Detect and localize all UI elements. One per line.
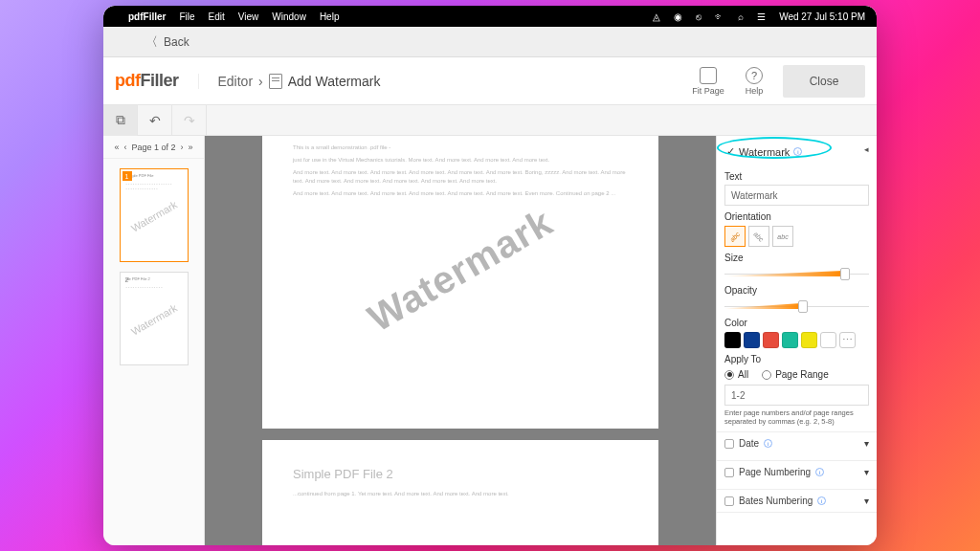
opacity-slider[interactable] [724,298,869,312]
close-label: Close [810,75,839,88]
logo-part2: Filler [140,71,178,90]
thumbnail-panel: « ‹ Page 1 of 2 › » 1 Simple PDF File- -… [103,136,205,545]
fit-page-button[interactable]: Fit Page [685,67,731,96]
macos-menubar: pdfFiller File Edit View Window Help ◬ ◉… [103,6,877,27]
app-logo: pdfFiller [115,71,198,91]
app-window: pdfFiller File Edit View Window Help ◬ ◉… [103,6,877,545]
fit-page-label: Fit Page [692,86,724,96]
status-icon[interactable]: ◬ [653,11,660,22]
info-icon[interactable]: i [793,147,802,156]
menubar-datetime[interactable]: Wed 27 Jul 5:10 PM [779,11,865,22]
chevron-right-icon: › [258,74,263,89]
help-label: Help [746,86,764,96]
wifi-icon[interactable]: ᯤ [715,11,724,22]
thumb-title: ple PDF File 2 [126,276,182,282]
info-icon[interactable]: i [764,439,772,448]
page-numbering-section[interactable]: Page Numbering i ▾ [717,460,877,483]
orientation-label: Orientation [724,211,869,222]
thumb-number: 1 [122,171,132,181]
color-more[interactable]: ⋯ [839,332,856,348]
color-navy[interactable] [744,332,760,348]
titlebar: 〈 Back [103,27,877,57]
thumbnail-page-1[interactable]: 1 Simple PDF File- - - - - - - - - - - -… [120,168,189,262]
date-label: Date [739,438,759,449]
info-icon[interactable]: i [815,468,824,476]
first-page-icon[interactable]: « [114,143,119,152]
bates-numbering-section[interactable]: Bates Numbering i ▾ [717,489,877,513]
thumb-number: 2 [122,275,132,284]
color-label: Color [724,318,869,328]
orientation-diagonal-up[interactable]: abc [724,226,746,247]
chevron-down-icon: ▾ [864,467,869,477]
color-yellow[interactable] [801,332,817,348]
help-button[interactable]: ? Help [731,67,777,96]
orientation-horizontal[interactable]: abc [772,226,793,247]
menu-edit[interactable]: Edit [209,11,225,22]
apply-to-label: Apply To [724,354,869,364]
watermark-text-input[interactable] [724,185,869,206]
pagenum-label: Page Numbering [739,467,811,477]
apply-range-radio[interactable]: Page Range [762,369,829,380]
app-header: pdfFiller Editor › Add Watermark Fit Pag… [103,57,877,105]
checkbox-icon [724,496,734,506]
copy-tool[interactable]: ⧉ [103,105,138,136]
search-icon[interactable]: ⌕ [738,11,744,22]
size-label: Size [724,253,869,263]
prev-page-icon[interactable]: ‹ [123,143,126,152]
undo-button[interactable]: ↶ [138,105,172,136]
last-page-icon[interactable]: » [189,143,193,152]
info-icon[interactable]: i [817,496,826,505]
size-slider[interactable] [724,266,869,279]
panel-title: Watermark [739,146,790,158]
watermark-doc-icon [269,74,282,89]
panel-header[interactable]: ✓ Watermark i [724,143,869,165]
thumb-title: Simple PDF File [126,173,182,179]
page-indicator: Page 1 of 2 [131,143,175,152]
fit-page-icon [700,67,717,84]
date-section[interactable]: Date i ▾ [717,431,877,454]
page-watermark: Watermark [361,200,560,340]
next-page-icon[interactable]: › [181,143,184,152]
breadcrumb: Editor › Add Watermark [198,74,381,89]
close-button[interactable]: Close [783,65,865,98]
bates-label: Bates Numbering [739,496,813,506]
status-icon[interactable]: ◉ [674,11,682,22]
color-black[interactable] [724,332,741,348]
crumb-current: Add Watermark [288,74,381,89]
thumb-watermark: Watermark [128,302,178,338]
menu-view[interactable]: View [238,11,259,22]
page-navigator: « ‹ Page 1 of 2 › » [103,136,204,159]
menu-file[interactable]: File [179,11,194,22]
opacity-label: Opacity [724,285,869,296]
color-red[interactable] [763,332,779,348]
orientation-options: abc abc abc [724,226,869,247]
color-swatches: ⋯ [724,332,869,348]
page-range-input[interactable] [724,385,869,406]
document-canvas[interactable]: This is a small demonstration .pdf file … [205,136,716,545]
redo-button[interactable]: ↷ [172,105,207,136]
check-icon: ✓ [726,145,735,158]
color-teal[interactable] [782,332,798,348]
apply-all-radio[interactable]: All [724,369,748,380]
range-hint: Enter page numbers and/of page ranges se… [724,408,869,426]
crumb-editor[interactable]: Editor [218,74,254,89]
back-icon[interactable]: 〈 [145,33,158,51]
editor-body: « ‹ Page 1 of 2 › » 1 Simple PDF File- -… [103,136,877,545]
page-1: This is a small demonstration .pdf file … [262,136,658,429]
status-icon[interactable]: ⎋ [696,11,702,22]
logo-part1: pdf [115,71,140,90]
color-white[interactable] [820,332,836,348]
orientation-diagonal-down[interactable]: abc [748,226,769,247]
watermark-panel: ◂ ✓ Watermark i Text Orientation abc abc… [716,136,877,545]
menubar-app[interactable]: pdfFiller [128,11,166,22]
thumbnail-page-2[interactable]: 2 ple PDF File 2- - - - - - - - - - - - … [120,272,189,365]
control-center-icon[interactable]: ☰ [757,11,766,22]
menu-window[interactable]: Window [272,11,306,22]
chevron-down-icon: ▾ [864,496,869,506]
menu-help[interactable]: Help [320,11,340,22]
back-label[interactable]: Back [164,35,189,49]
collapse-panel-icon[interactable]: ◂ [864,144,869,154]
thumb-watermark: Watermark [128,199,178,234]
checkbox-icon [724,468,734,477]
chevron-down-icon: ▾ [864,438,869,449]
